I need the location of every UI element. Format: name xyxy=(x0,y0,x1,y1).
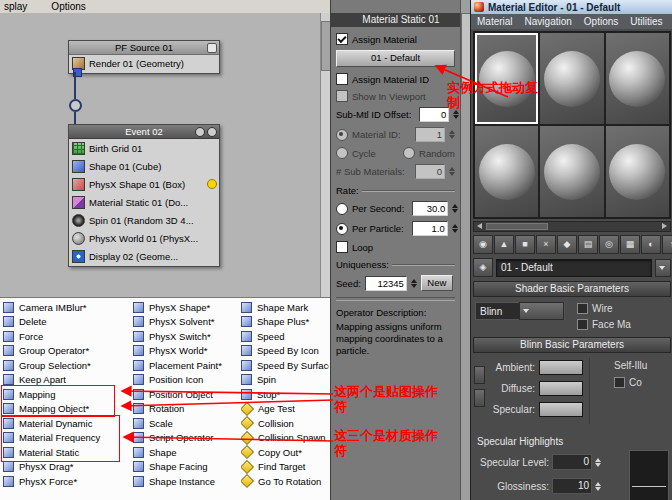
show-in-viewport-checkbox[interactable] xyxy=(336,90,348,102)
depot-item[interactable]: Shape Facing xyxy=(133,460,237,475)
spinner[interactable] xyxy=(453,110,459,119)
loop-checkbox[interactable] xyxy=(336,241,348,253)
material-name-dropdown[interactable]: 01 - Default xyxy=(496,259,652,277)
depot-item[interactable]: Keep Apart xyxy=(3,373,130,388)
ambient-color-swatch[interactable] xyxy=(539,360,583,375)
depot-item[interactable]: Speed By Surface* xyxy=(241,358,329,373)
scrollbar-thumb[interactable] xyxy=(486,223,548,230)
new-seed-button[interactable]: New xyxy=(421,275,453,291)
event-lock-icon[interactable] xyxy=(207,127,217,137)
depot-item[interactable]: Script Operator xyxy=(133,431,237,446)
depot-item-test[interactable]: Go To Rotation xyxy=(241,474,329,489)
depot-item[interactable]: Shape xyxy=(133,445,237,460)
lock-icon[interactable] xyxy=(207,43,217,53)
depot-item-test[interactable]: Collision Spawn xyxy=(241,431,329,446)
depot-item[interactable]: PhysX World* xyxy=(133,344,237,359)
material-editor-titlebar[interactable]: Material Editor - 01 - Default xyxy=(471,0,672,14)
specular-level-field[interactable]: 0 xyxy=(552,454,592,470)
assign-material-to-selection-icon[interactable]: ■ xyxy=(515,235,535,254)
self-illum-color-checkbox[interactable] xyxy=(614,377,625,388)
depot-item[interactable]: PhysX Switch* xyxy=(133,329,237,344)
depot-item[interactable]: PhysX Solvent* xyxy=(133,315,237,330)
spinner[interactable] xyxy=(449,167,455,176)
depot-item[interactable]: Speed xyxy=(241,329,329,344)
dropdown-arrow-icon[interactable] xyxy=(519,302,564,320)
pf-source-title[interactable]: PF Source 01 xyxy=(69,41,219,55)
depot-item-material-static[interactable]: Material Static xyxy=(3,445,130,460)
wire-checkbox[interactable] xyxy=(577,303,588,314)
depot-item[interactable]: PhysX Force* xyxy=(3,474,130,489)
event-node[interactable]: Event 02 Birth Grid 01 Shape 01 (Cube) P… xyxy=(68,124,220,267)
spinner[interactable] xyxy=(595,458,601,467)
depot-item[interactable]: Position Icon xyxy=(133,373,237,388)
canvas-vertical-scrollbar[interactable] xyxy=(320,13,330,297)
depot-item[interactable]: Group Selection* xyxy=(3,358,130,373)
ambient-diffuse-lock-icon[interactable] xyxy=(474,366,485,384)
rollout-title[interactable]: Material Static 01 xyxy=(331,13,471,27)
event-row[interactable]: Material Static 01 (Do... xyxy=(69,193,219,211)
shader-basic-parameters-rollout[interactable]: Shader Basic Parameters xyxy=(473,281,671,297)
event-row[interactable]: PhysX Shape 01 (Box) xyxy=(69,175,219,193)
depot-item[interactable]: Scale xyxy=(133,416,237,431)
sample-slot[interactable] xyxy=(605,125,670,218)
assign-material-id-checkbox[interactable] xyxy=(336,73,348,85)
sample-slot[interactable] xyxy=(474,125,539,218)
reset-map-icon[interactable]: × xyxy=(536,235,556,254)
depot-item-test[interactable]: Copy Out* xyxy=(241,445,329,460)
material-id-radio[interactable] xyxy=(336,129,348,141)
glossiness-field[interactable]: 10 xyxy=(552,478,592,494)
depot-item[interactable]: Force xyxy=(3,329,130,344)
slots-horizontal-scrollbar[interactable] xyxy=(473,221,671,232)
depot-item[interactable]: Delete xyxy=(3,315,130,330)
scrollbar-thumb[interactable] xyxy=(321,21,330,71)
per-second-radio[interactable] xyxy=(336,203,348,215)
depot-item[interactable]: Position Object xyxy=(133,387,237,402)
menu-display[interactable]: splay xyxy=(4,1,27,12)
make-material-copy-icon[interactable]: ◆ xyxy=(557,235,577,254)
render-operator-row[interactable]: Render 01 (Geometry) xyxy=(69,55,219,72)
spinner[interactable] xyxy=(452,204,458,213)
sample-slot[interactable] xyxy=(539,32,604,125)
event-row[interactable]: PhysX World 01 (PhysX... xyxy=(69,229,219,247)
depot-item[interactable]: Shape Mark xyxy=(241,300,329,315)
depot-item-test[interactable]: Age Test xyxy=(241,402,329,417)
per-particle-radio[interactable] xyxy=(336,223,348,235)
go-to-parent-icon[interactable]: ↑ xyxy=(662,235,672,254)
menu-material[interactable]: Material xyxy=(471,16,519,27)
depot-item-test[interactable]: Collision xyxy=(241,416,329,431)
menu-options[interactable]: Options xyxy=(51,1,85,12)
spinner[interactable] xyxy=(595,482,601,491)
sub-materials-field[interactable]: 0 xyxy=(415,164,445,179)
depot-item[interactable]: Group Operator* xyxy=(3,344,130,359)
depot-item[interactable]: Shape Plus* xyxy=(241,315,329,330)
menu-utilities[interactable]: Utilities xyxy=(624,16,668,27)
event-title[interactable]: Event 02 xyxy=(69,125,219,139)
menu-options[interactable]: Options xyxy=(578,16,624,27)
pick-material-icon[interactable]: ◈ xyxy=(473,258,493,277)
depot-item[interactable]: Speed By Icon xyxy=(241,344,329,359)
put-material-to-scene-icon[interactable]: ▲ xyxy=(494,235,514,254)
menu-navigation[interactable]: Navigation xyxy=(519,16,578,27)
depot-item[interactable]: Rotation xyxy=(133,402,237,417)
dropdown-arrow-icon[interactable] xyxy=(655,259,671,277)
depot-item[interactable]: PhysX Shape* xyxy=(133,300,237,315)
depot-item[interactable]: Stop* xyxy=(241,387,329,402)
event-row[interactable]: Spin 01 (Random 3D 4... xyxy=(69,211,219,229)
particle-view-canvas[interactable]: PF Source 01 Render 01 (Geometry) Event … xyxy=(0,13,330,297)
event-row[interactable]: Birth Grid 01 xyxy=(69,139,219,157)
spinner[interactable] xyxy=(449,130,455,139)
random-radio[interactable] xyxy=(403,147,415,159)
depot-item-mapping-object[interactable]: Mapping Object* xyxy=(3,402,130,417)
get-material-icon[interactable]: ◉ xyxy=(473,235,493,254)
depot-item-mapping[interactable]: Mapping xyxy=(3,387,130,402)
event-row[interactable]: Display 02 (Geome... xyxy=(69,247,219,265)
material-button[interactable]: 01 - Default xyxy=(336,50,455,67)
depot-item-material-frequency[interactable]: Material Frequency xyxy=(3,431,130,446)
put-to-library-icon[interactable]: ▤ xyxy=(578,235,598,254)
depot-item-material-dynamic[interactable]: Material Dynamic xyxy=(3,416,130,431)
sub-mtl-id-offset-field[interactable]: 0 xyxy=(419,107,449,122)
wire-connector-ring[interactable] xyxy=(69,99,82,112)
spinner[interactable] xyxy=(452,224,458,233)
depot-item[interactable]: Spin xyxy=(241,373,329,388)
sample-slot[interactable] xyxy=(605,32,670,125)
